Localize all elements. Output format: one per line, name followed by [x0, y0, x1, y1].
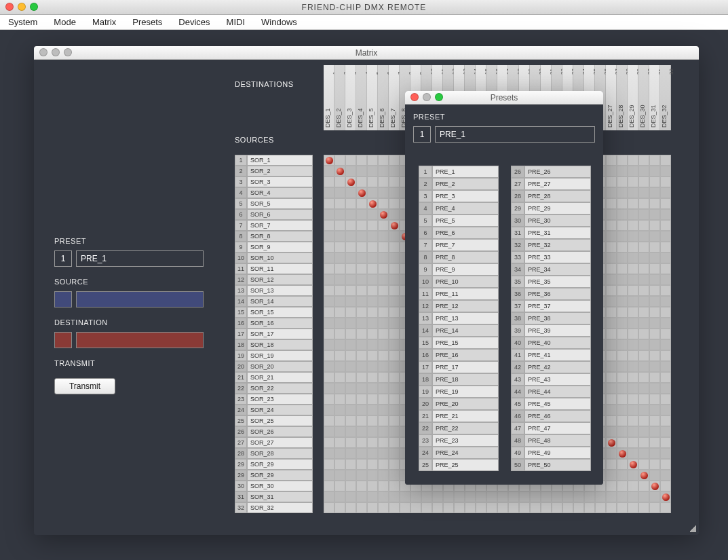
grid-cell[interactable]	[334, 198, 345, 209]
grid-cell[interactable]	[378, 307, 389, 318]
destination-col-31[interactable]: 31DES_31	[649, 65, 660, 130]
grid-cell[interactable]	[324, 470, 334, 481]
grid-cell[interactable]	[660, 437, 671, 448]
grid-cell[interactable]	[649, 372, 660, 383]
grid-cell[interactable]	[638, 166, 649, 176]
grid-cell[interactable]	[334, 470, 345, 481]
grid-cell[interactable]	[606, 372, 617, 383]
grid-cell[interactable]	[628, 426, 638, 437]
grid-cell[interactable]	[367, 176, 378, 187]
grid-cell[interactable]	[378, 437, 389, 448]
grid-cell[interactable]	[378, 415, 389, 426]
grid-cell[interactable]	[389, 307, 400, 318]
grid-cell[interactable]	[324, 502, 334, 513]
preset-row-50[interactable]: 50PRE_50	[511, 459, 591, 471]
grid-cell[interactable]	[595, 502, 606, 513]
grid-cell[interactable]	[617, 415, 628, 426]
preset-row-16[interactable]: 16PRE_16	[419, 349, 499, 361]
preset-row-40[interactable]: 40PRE_40	[511, 337, 591, 349]
grid-cell[interactable]	[324, 166, 334, 176]
grid-cell[interactable]	[389, 459, 400, 470]
preset-row-7[interactable]: 7PRE_7	[419, 239, 499, 251]
source-row-25[interactable]: 25SOR_25	[235, 415, 313, 426]
grid-cell[interactable]	[345, 502, 356, 513]
grid-cell[interactable]	[324, 198, 334, 209]
grid-cell[interactable]	[345, 350, 356, 361]
grid-cell[interactable]	[432, 502, 443, 513]
grid-cell[interactable]	[617, 383, 628, 394]
grid-cell[interactable]	[649, 491, 660, 502]
source-row-14[interactable]: 14SOR_14	[235, 296, 313, 307]
grid-cell[interactable]	[367, 155, 378, 166]
preset-row-42[interactable]: 42PRE_42	[511, 361, 591, 373]
grid-cell[interactable]	[606, 155, 617, 166]
preset-row-3[interactable]: 3PRE_3	[419, 190, 499, 202]
grid-cell[interactable]	[628, 459, 638, 470]
grid-cell[interactable]	[638, 415, 649, 426]
grid-cell[interactable]	[628, 187, 638, 198]
grid-cell[interactable]	[367, 372, 378, 383]
grid-cell[interactable]	[334, 383, 345, 394]
grid-cell[interactable]	[638, 350, 649, 361]
grid-cell[interactable]	[378, 426, 389, 437]
grid-cell[interactable]	[628, 361, 638, 372]
grid-cell[interactable]	[367, 350, 378, 361]
grid-cell[interactable]	[628, 448, 638, 459]
grid-cell[interactable]	[324, 155, 334, 166]
grid-cell[interactable]	[617, 350, 628, 361]
grid-cell[interactable]	[617, 242, 628, 253]
grid-cell[interactable]	[345, 481, 356, 491]
grid-cell[interactable]	[345, 415, 356, 426]
grid-cell[interactable]	[334, 448, 345, 459]
grid-cell[interactable]	[378, 448, 389, 459]
grid-cell[interactable]	[389, 166, 400, 176]
grid-cell[interactable]	[649, 405, 660, 415]
grid-cell[interactable]	[389, 481, 400, 491]
grid-cell[interactable]	[638, 361, 649, 372]
grid-cell[interactable]	[345, 242, 356, 253]
grid-cell[interactable]	[660, 329, 671, 339]
preset-row-17[interactable]: 17PRE_17	[419, 361, 499, 373]
grid-cell[interactable]	[367, 405, 378, 415]
menu-presets[interactable]: Presets	[132, 17, 162, 27]
grid-cell[interactable]	[389, 415, 400, 426]
preset-row-22[interactable]: 22PRE_22	[419, 422, 499, 434]
grid-cell[interactable]	[345, 198, 356, 209]
grid-cell[interactable]	[497, 502, 508, 513]
grid-cell[interactable]	[497, 491, 508, 502]
grid-cell[interactable]	[367, 426, 378, 437]
grid-cell[interactable]	[367, 253, 378, 263]
grid-cell[interactable]	[324, 339, 334, 350]
grid-cell[interactable]	[356, 372, 367, 383]
grid-cell[interactable]	[638, 209, 649, 220]
grid-cell[interactable]	[367, 394, 378, 405]
source-swatch[interactable]	[54, 291, 72, 307]
grid-cell[interactable]	[649, 220, 660, 231]
grid-cell[interactable]	[606, 263, 617, 274]
grid-cell[interactable]	[649, 198, 660, 209]
close-icon[interactable]	[39, 48, 47, 56]
grid-cell[interactable]	[660, 155, 671, 166]
menu-devices[interactable]: Devices	[178, 17, 210, 27]
grid-cell[interactable]	[356, 437, 367, 448]
grid-cell[interactable]	[324, 296, 334, 307]
grid-cell[interactable]	[367, 470, 378, 481]
grid-cell[interactable]	[606, 470, 617, 481]
grid-cell[interactable]	[389, 339, 400, 350]
grid-cell[interactable]	[367, 285, 378, 296]
grid-cell[interactable]	[378, 470, 389, 481]
grid-cell[interactable]	[345, 187, 356, 198]
grid-cell[interactable]	[324, 274, 334, 285]
source-row-10[interactable]: 10SOR_10	[235, 253, 313, 263]
grid-cell[interactable]	[628, 383, 638, 394]
preset-row-4[interactable]: 4PRE_4	[419, 202, 499, 214]
grid-cell[interactable]	[378, 187, 389, 198]
grid-cell[interactable]	[356, 318, 367, 329]
grid-cell[interactable]	[649, 339, 660, 350]
grid-cell[interactable]	[660, 231, 671, 242]
grid-cell[interactable]	[410, 491, 421, 502]
preset-row-6[interactable]: 6PRE_6	[419, 227, 499, 239]
close-icon[interactable]	[410, 93, 419, 101]
grid-cell[interactable]	[345, 405, 356, 415]
grid-cell[interactable]	[638, 220, 649, 231]
